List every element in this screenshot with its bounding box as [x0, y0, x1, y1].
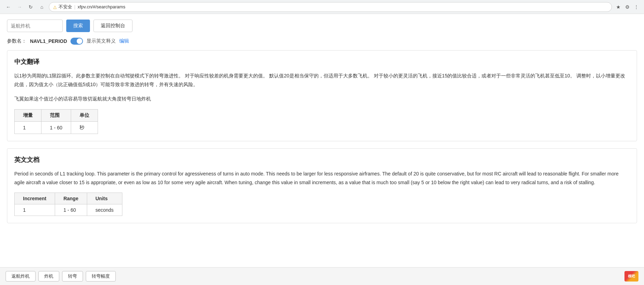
return-console-btn[interactable]: 返回控制台: [93, 20, 132, 32]
en-col-unit: Units: [87, 193, 122, 204]
en-range-val: 1 - 60: [55, 204, 87, 216]
menu-btn[interactable]: ⋮: [633, 3, 640, 10]
chinese-param-table: 增量 范围 单位 1 1 - 60 秒: [14, 109, 98, 134]
search-btn[interactable]: 搜索: [66, 20, 90, 32]
en-toggle[interactable]: [70, 38, 83, 45]
cn-col-range: 范围: [41, 109, 71, 121]
cn-range-val: 1 - 60: [41, 121, 71, 134]
english-section-title: 英文文档: [14, 156, 630, 164]
home-btn[interactable]: ⌂: [38, 3, 46, 11]
separator: |: [74, 4, 75, 9]
english-section: 英文文档 Period in seconds of L1 tracking lo…: [7, 148, 637, 223]
browser-actions: ★ ⚙ ⋮: [615, 3, 640, 10]
chinese-section-text2: 飞翼如果这个值过小的话容易导致切返航就大角度转弯日地炸机: [14, 95, 630, 103]
english-section-text: Period in seconds of L1 tracking loop. T…: [14, 170, 630, 187]
en-col-range: Range: [55, 193, 87, 204]
browser-chrome: ← → ↻ ⌂ △ 不安全 | xfpv.cn/#/searchparams ★…: [0, 0, 644, 14]
security-icon: △: [53, 5, 56, 9]
en-col-increment: Increment: [15, 193, 55, 204]
reload-btn[interactable]: ↻: [26, 3, 35, 11]
param-label: 参数名：: [7, 38, 26, 44]
en-increment-val: 1: [15, 204, 55, 216]
security-label: 不安全: [59, 4, 72, 10]
english-param-table: Increment Range Units 1 1 - 60 seconds: [14, 193, 122, 216]
chinese-section-text1: 以1秒为周期的L1限踪循环。此参数主要控制在自动驾驶模式下的转弯激进性。 对于响…: [14, 72, 630, 89]
param-name-row: 参数名： NAVL1_PERIOD 显示英文释义 编辑: [7, 38, 637, 45]
chinese-section-title: 中文翻译: [14, 58, 630, 66]
cn-unit-val: 秒: [71, 121, 98, 134]
back-btn[interactable]: ←: [4, 3, 13, 11]
bookmark-star-btn[interactable]: ★: [615, 3, 622, 10]
url-text: xfpv.cn/#/searchparams: [77, 4, 125, 9]
forward-btn[interactable]: →: [15, 3, 24, 11]
table-row: 1 1 - 60 秒: [15, 121, 98, 134]
address-bar[interactable]: △ 不安全 | xfpv.cn/#/searchparams: [49, 2, 612, 12]
edit-link[interactable]: 编辑: [119, 38, 129, 44]
cn-col-increment: 增量: [15, 109, 41, 121]
param-name: NAVL1_PERIOD: [30, 38, 67, 44]
page-content: 搜索 返回控制台 参数名： NAVL1_PERIOD 显示英文释义 编辑 中文翻…: [0, 14, 644, 257]
chinese-section: 中文翻译 以1秒为周期的L1限踪循环。此参数主要控制在自动驾驶模式下的转弯激进性…: [7, 50, 637, 141]
cn-col-unit: 单位: [71, 109, 98, 121]
en-unit-val: seconds: [87, 204, 122, 216]
extensions-btn[interactable]: ⚙: [624, 3, 631, 10]
show-en-label: 显示英文释义: [86, 38, 116, 44]
table-row: 1 1 - 60 seconds: [15, 204, 122, 216]
cn-increment-val: 1: [15, 121, 41, 134]
return-input[interactable]: [7, 20, 63, 32]
top-bar: 搜索 返回控制台: [7, 20, 637, 32]
